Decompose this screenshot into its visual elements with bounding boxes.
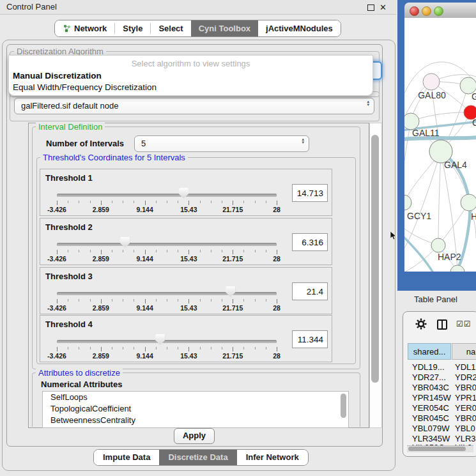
num-intervals-combobox[interactable]: 5 ▴▾ (134, 135, 309, 152)
network-canvas[interactable]: GAL80 GA C GAL11 GAL4 GCY1 H HAP2 (404, 18, 476, 272)
stepper-arrows-icon: ▴▾ (367, 100, 369, 106)
slider-scale: -3.426 2.859 9.144 15.43 28 21.715 (57, 352, 277, 360)
thresholds-group-label: Threshold's Coordinates for 5 Intervals (40, 153, 188, 162)
node-label-gcy1: GCY1 (407, 211, 431, 221)
node-partial-h[interactable] (461, 194, 476, 211)
threshold-3-box: Threshold 3 -3.426 2.859 9.144 15.43 21.… (40, 267, 332, 314)
threshold-2-label: Threshold 2 (45, 222, 93, 232)
apply-button[interactable]: Apply (174, 428, 215, 444)
node-label-hap2: HAP2 (438, 252, 461, 262)
table-cell[interactable]: YBR0 (455, 382, 476, 393)
slider-ticks (57, 347, 277, 352)
num-intervals-label: Number of Intervals (46, 139, 124, 148)
table-cell[interactable]: YDR27... (412, 372, 446, 383)
slider-scale: -3.426 2.859 9.144 15.43 21.715 28 (57, 206, 277, 213)
control-panel-title: Control Panel (6, 2, 57, 12)
dropdown-option-equal-width[interactable]: Equal Width/Frequency Discretization (13, 82, 157, 92)
interval-definition-label: Interval Definition (36, 122, 105, 132)
threshold-4-value-field[interactable]: 11.344 (292, 330, 328, 348)
threshold-3-slider-thumb[interactable] (226, 286, 235, 297)
threshold-1-label: Threshold 1 (45, 173, 93, 183)
gear-icon[interactable] (415, 318, 427, 330)
zoom-traffic-icon[interactable] (434, 6, 443, 16)
list-item[interactable]: BetweennessCentrality (43, 415, 348, 426)
node-gcy1[interactable] (404, 195, 411, 210)
table-cell[interactable]: YBR043C (412, 382, 449, 393)
tab-select[interactable]: Select (151, 20, 190, 36)
threshold-3-slider[interactable] (57, 292, 277, 295)
tab-cyni-toolbox[interactable]: Cyni Toolbox (191, 20, 258, 36)
table-data-combobox[interactable]: galFiltered.sif default node ▴▾ (14, 98, 374, 114)
node-label-gal11: GAL11 (412, 128, 440, 138)
table-data-value: galFiltered.sif default node (21, 98, 118, 114)
numerical-attributes-list: SelfLoops TopologicalCoefficient Between… (42, 391, 349, 428)
threshold-2-slider[interactable] (57, 243, 277, 246)
slider-ticks (57, 201, 277, 206)
algorithm-dropdown-popup: Select algorithm to view settings Manual… (8, 55, 373, 96)
vertical-scrollbar[interactable] (369, 123, 382, 428)
tab-impute-data[interactable]: Impute Data (94, 450, 159, 465)
table-cell[interactable]: YBL0 (455, 423, 475, 434)
float-window-icon[interactable] (367, 4, 374, 11)
close-icon[interactable]: ✕ (380, 3, 387, 12)
close-traffic-icon[interactable] (410, 6, 419, 16)
table-cell[interactable]: YPR145W (412, 392, 451, 403)
network-window-titlebar[interactable] (404, 3, 476, 19)
checkbox-checked-icons[interactable]: ☑☑ (456, 319, 472, 328)
numerical-attributes-label: Numerical Attributes (41, 380, 122, 389)
table-panel-title: Table Panel (414, 295, 457, 304)
threshold-3-value-field[interactable]: 21.4 (292, 282, 328, 300)
threshold-1-value-field[interactable]: 14.713 (292, 184, 328, 202)
node-hap2[interactable] (431, 238, 445, 252)
threshold-1-slider-thumb[interactable] (179, 188, 188, 199)
dropdown-option-manual[interactable]: Manual Discretization (13, 71, 102, 81)
network-graph: GAL80 GA C GAL11 GAL4 GCY1 H HAP2 (404, 18, 476, 272)
scrollbar-thumb[interactable] (408, 447, 466, 451)
minimize-traffic-icon[interactable] (422, 6, 431, 16)
list-item[interactable]: SelfLoops (43, 392, 348, 403)
threshold-2-slider-thumb[interactable] (120, 237, 130, 248)
threshold-1-slider[interactable] (57, 194, 277, 197)
horizontal-scrollbar[interactable] (407, 445, 473, 452)
table-cell[interactable]: YDL1 (455, 362, 476, 372)
column-header-shared-name[interactable]: shared... (408, 343, 451, 360)
node-partial-bottom[interactable] (450, 265, 464, 272)
table-cell[interactable]: YBR045C (412, 413, 449, 424)
columns-icon[interactable] (437, 319, 447, 330)
table-cell[interactable]: YPR1 (455, 392, 476, 403)
attributes-group-label: Attributes to discretize (36, 368, 123, 378)
list-scrollbar[interactable] (341, 394, 346, 418)
node-gal80[interactable] (423, 73, 440, 90)
threshold-4-box: Threshold 4 -3.426 2.859 9.144 15.43 28 … (40, 315, 332, 362)
threshold-4-slider-thumb[interactable] (155, 334, 165, 345)
threshold-4-label: Threshold 4 (45, 319, 93, 329)
tab-network[interactable]: Network (55, 20, 114, 36)
node-label-partial-top: GA (472, 91, 476, 102)
dropdown-prompt: Select algorithm to view settings (9, 59, 372, 68)
threshold-1-box: Threshold 1 -3.426 2.859 9.144 15.43 21.… (40, 169, 332, 216)
table-cell[interactable]: YDR2 (455, 372, 476, 383)
control-panel-titlebar: Control Panel (0, 0, 396, 15)
node-label-gal80: GAL80 (418, 90, 446, 100)
control-panel-tabs: Network Style Select Cyni Toolbox jActiv… (54, 20, 341, 37)
list-item[interactable]: TopologicalCoefficient (43, 403, 348, 415)
threshold-4-slider[interactable] (57, 340, 277, 343)
threshold-2-value-field[interactable]: 6.316 (292, 233, 328, 251)
column-header-name[interactable]: na (452, 343, 476, 360)
table-cell[interactable]: YDL19... (412, 362, 445, 372)
tab-style[interactable]: Style (115, 20, 150, 36)
node-label-partial-red: C (472, 118, 476, 128)
network-icon (63, 24, 71, 33)
table-cell[interactable]: YBR0 (455, 413, 476, 424)
table-cell[interactable]: YBL079W (412, 423, 450, 434)
num-intervals-value: 5 (141, 136, 146, 151)
tab-discretize-data[interactable]: Discretize Data (159, 450, 236, 465)
table-cell[interactable]: YER0 (455, 403, 476, 413)
scrollbar-thumb[interactable] (371, 135, 379, 383)
tab-jactivemnodules[interactable]: jActiveMNodules (258, 20, 341, 36)
bottom-tabs: Impute Data Discretize Data Infer Networ… (93, 449, 309, 466)
mouse-cursor (390, 231, 397, 240)
table-cell[interactable]: YER054C (412, 403, 449, 413)
threshold-3-label: Threshold 3 (45, 272, 93, 281)
tab-infer-network[interactable]: Infer Network (237, 450, 308, 465)
